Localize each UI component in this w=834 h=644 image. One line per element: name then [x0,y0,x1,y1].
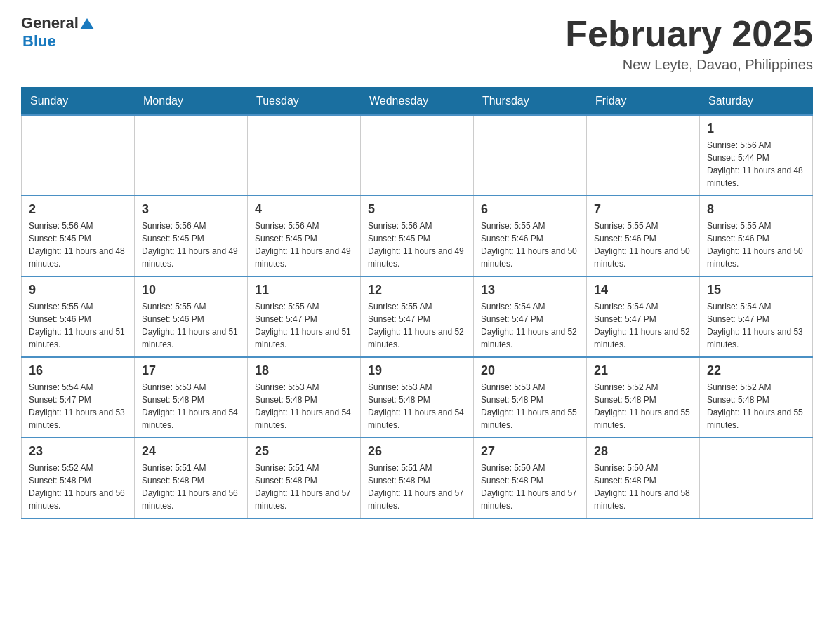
table-row: 2Sunrise: 5:56 AM Sunset: 5:45 PM Daylig… [22,196,135,276]
day-info: Sunrise: 5:56 AM Sunset: 5:45 PM Dayligh… [368,220,466,270]
logo: General Blue [21,14,94,51]
calendar-week-row: 2Sunrise: 5:56 AM Sunset: 5:45 PM Daylig… [22,196,813,276]
calendar-week-row: 1Sunrise: 5:56 AM Sunset: 5:44 PM Daylig… [22,115,813,196]
col-sunday: Sunday [22,88,135,116]
table-row: 12Sunrise: 5:55 AM Sunset: 5:47 PM Dayli… [361,276,474,357]
table-row: 23Sunrise: 5:52 AM Sunset: 5:48 PM Dayli… [22,438,135,518]
day-info: Sunrise: 5:52 AM Sunset: 5:48 PM Dayligh… [29,462,127,512]
svg-marker-0 [80,18,94,29]
col-wednesday: Wednesday [361,88,474,116]
logo-general-text: General [21,14,79,32]
day-number: 6 [481,202,579,217]
day-number: 1 [707,121,805,136]
day-number: 22 [707,363,805,378]
day-number: 16 [29,363,127,378]
table-row: 20Sunrise: 5:53 AM Sunset: 5:48 PM Dayli… [474,357,587,438]
table-row [474,115,587,196]
table-row: 14Sunrise: 5:54 AM Sunset: 5:47 PM Dayli… [587,276,700,357]
day-number: 27 [481,444,579,459]
table-row: 27Sunrise: 5:50 AM Sunset: 5:48 PM Dayli… [474,438,587,518]
day-number: 19 [368,363,466,378]
day-info: Sunrise: 5:52 AM Sunset: 5:48 PM Dayligh… [594,381,692,431]
day-number: 11 [255,283,353,297]
day-info: Sunrise: 5:51 AM Sunset: 5:48 PM Dayligh… [255,462,353,512]
table-row: 4Sunrise: 5:56 AM Sunset: 5:45 PM Daylig… [248,196,361,276]
table-row: 28Sunrise: 5:50 AM Sunset: 5:48 PM Dayli… [587,438,700,518]
col-thursday: Thursday [474,88,587,116]
day-info: Sunrise: 5:55 AM Sunset: 5:46 PM Dayligh… [142,300,240,351]
day-info: Sunrise: 5:51 AM Sunset: 5:48 PM Dayligh… [368,462,466,512]
day-number: 3 [142,202,240,217]
table-row: 8Sunrise: 5:55 AM Sunset: 5:46 PM Daylig… [700,196,813,276]
day-info: Sunrise: 5:55 AM Sunset: 5:46 PM Dayligh… [594,220,692,270]
day-number: 23 [29,444,127,459]
day-number: 26 [368,444,466,459]
day-info: Sunrise: 5:50 AM Sunset: 5:48 PM Dayligh… [481,462,579,512]
table-row: 11Sunrise: 5:55 AM Sunset: 5:47 PM Dayli… [248,276,361,357]
table-row [587,115,700,196]
table-row: 24Sunrise: 5:51 AM Sunset: 5:48 PM Dayli… [135,438,248,518]
table-row: 15Sunrise: 5:54 AM Sunset: 5:47 PM Dayli… [700,276,813,357]
day-number: 17 [142,363,240,378]
day-info: Sunrise: 5:53 AM Sunset: 5:48 PM Dayligh… [481,381,579,431]
table-row: 1Sunrise: 5:56 AM Sunset: 5:44 PM Daylig… [700,115,813,196]
table-row: 26Sunrise: 5:51 AM Sunset: 5:48 PM Dayli… [361,438,474,518]
day-info: Sunrise: 5:55 AM Sunset: 5:46 PM Dayligh… [707,220,805,270]
table-row: 13Sunrise: 5:54 AM Sunset: 5:47 PM Dayli… [474,276,587,357]
day-info: Sunrise: 5:54 AM Sunset: 5:47 PM Dayligh… [707,300,805,351]
col-saturday: Saturday [700,88,813,116]
day-number: 15 [707,283,805,297]
table-row: 17Sunrise: 5:53 AM Sunset: 5:48 PM Dayli… [135,357,248,438]
day-info: Sunrise: 5:53 AM Sunset: 5:48 PM Dayligh… [142,381,240,431]
month-title: February 2025 [565,14,813,54]
day-number: 7 [594,202,692,217]
logo-triangle-icon [80,17,94,31]
day-info: Sunrise: 5:54 AM Sunset: 5:47 PM Dayligh… [594,300,692,351]
day-number: 12 [368,283,466,297]
day-info: Sunrise: 5:54 AM Sunset: 5:47 PM Dayligh… [29,381,127,431]
day-number: 18 [255,363,353,378]
day-number: 2 [29,202,127,217]
calendar-table: Sunday Monday Tuesday Wednesday Thursday… [21,87,813,519]
day-number: 9 [29,283,127,297]
table-row [700,438,813,518]
table-row: 3Sunrise: 5:56 AM Sunset: 5:45 PM Daylig… [135,196,248,276]
day-info: Sunrise: 5:56 AM Sunset: 5:45 PM Dayligh… [255,220,353,270]
day-info: Sunrise: 5:52 AM Sunset: 5:48 PM Dayligh… [707,381,805,431]
table-row [135,115,248,196]
table-row: 7Sunrise: 5:55 AM Sunset: 5:46 PM Daylig… [587,196,700,276]
table-row: 6Sunrise: 5:55 AM Sunset: 5:46 PM Daylig… [474,196,587,276]
day-info: Sunrise: 5:55 AM Sunset: 5:47 PM Dayligh… [255,300,353,351]
calendar-header-row: Sunday Monday Tuesday Wednesday Thursday… [22,88,813,116]
day-info: Sunrise: 5:50 AM Sunset: 5:48 PM Dayligh… [594,462,692,512]
day-number: 10 [142,283,240,297]
table-row: 22Sunrise: 5:52 AM Sunset: 5:48 PM Dayli… [700,357,813,438]
table-row: 9Sunrise: 5:55 AM Sunset: 5:46 PM Daylig… [22,276,135,357]
table-row [248,115,361,196]
table-row: 5Sunrise: 5:56 AM Sunset: 5:45 PM Daylig… [361,196,474,276]
day-info: Sunrise: 5:55 AM Sunset: 5:46 PM Dayligh… [29,300,127,351]
table-row: 25Sunrise: 5:51 AM Sunset: 5:48 PM Dayli… [248,438,361,518]
table-row [22,115,135,196]
day-info: Sunrise: 5:56 AM Sunset: 5:44 PM Dayligh… [707,139,805,189]
calendar-week-row: 23Sunrise: 5:52 AM Sunset: 5:48 PM Dayli… [22,438,813,518]
day-number: 21 [594,363,692,378]
day-info: Sunrise: 5:53 AM Sunset: 5:48 PM Dayligh… [255,381,353,431]
day-info: Sunrise: 5:54 AM Sunset: 5:47 PM Dayligh… [481,300,579,351]
table-row: 21Sunrise: 5:52 AM Sunset: 5:48 PM Dayli… [587,357,700,438]
title-area: February 2025 New Leyte, Davao, Philippi… [565,14,813,73]
day-info: Sunrise: 5:56 AM Sunset: 5:45 PM Dayligh… [142,220,240,270]
day-info: Sunrise: 5:56 AM Sunset: 5:45 PM Dayligh… [29,220,127,270]
calendar-week-row: 9Sunrise: 5:55 AM Sunset: 5:46 PM Daylig… [22,276,813,357]
table-row [361,115,474,196]
day-number: 4 [255,202,353,217]
calendar-week-row: 16Sunrise: 5:54 AM Sunset: 5:47 PM Dayli… [22,357,813,438]
table-row: 18Sunrise: 5:53 AM Sunset: 5:48 PM Dayli… [248,357,361,438]
day-info: Sunrise: 5:55 AM Sunset: 5:47 PM Dayligh… [368,300,466,351]
day-info: Sunrise: 5:53 AM Sunset: 5:48 PM Dayligh… [368,381,466,431]
day-number: 25 [255,444,353,459]
day-number: 8 [707,202,805,217]
table-row: 16Sunrise: 5:54 AM Sunset: 5:47 PM Dayli… [22,357,135,438]
day-number: 20 [481,363,579,378]
day-number: 5 [368,202,466,217]
